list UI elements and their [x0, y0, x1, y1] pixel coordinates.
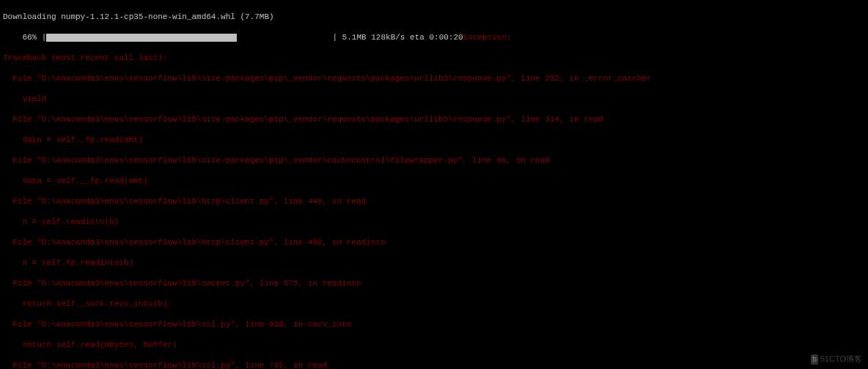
tb1-file-8: File "D:\Anaconda3\envs\tensorflow\lib\s… — [3, 360, 865, 369]
tb1-line-5: n = self.fp.readinto(b) — [3, 258, 865, 268]
progress-stats: | 5.1MB 128kB/s eta 0:00:20 — [332, 33, 463, 42]
tb1-line-3: data = self.__fp.read(amt) — [3, 176, 865, 186]
tb1-line-7: return self.read(nbytes, buffer) — [3, 340, 865, 350]
watermark-text: 51CTO博客 — [820, 354, 862, 363]
progress-bar-filled — [46, 34, 237, 42]
terminal-output: Downloading numpy-1.12.1-cp35-none-win_a… — [0, 0, 868, 369]
tb1-line-6: return self._sock.recv_into(b) — [3, 299, 865, 309]
watermark-icon: b — [811, 354, 818, 365]
tb1-file-4: File "D:\Anaconda3\envs\tensorflow\lib\h… — [3, 196, 865, 206]
tb1-file-3: File "D:\Anaconda3\envs\tensorflow\lib\s… — [3, 155, 865, 165]
tb1-file-7: File "D:\Anaconda3\envs\tensorflow\lib\s… — [3, 319, 865, 329]
tb1-line-1: yield — [3, 94, 865, 104]
progress-bar-empty — [237, 32, 332, 42]
exception-label: Exception: — [463, 33, 512, 42]
tb1-file-5: File "D:\Anaconda3\envs\tensorflow\lib\h… — [3, 237, 865, 247]
tb1-file-2: File "D:\Anaconda3\envs\tensorflow\lib\s… — [3, 114, 865, 124]
progress-percent: 66% | — [3, 33, 46, 42]
tb1-file-6: File "D:\Anaconda3\envs\tensorflow\lib\s… — [3, 278, 865, 288]
tb1-line-4: n = self.readinto(b) — [3, 217, 865, 227]
tb1-file-1: File "D:\Anaconda3\envs\tensorflow\lib\s… — [3, 73, 865, 83]
watermark: b51CTO博客 — [811, 354, 862, 365]
tb1-line-2: data = self._fp.read(amt) — [3, 135, 865, 145]
traceback-header-1: Traceback (most recent call last): — [3, 53, 865, 63]
download-header: Downloading numpy-1.12.1-cp35-none-win_a… — [3, 12, 865, 22]
